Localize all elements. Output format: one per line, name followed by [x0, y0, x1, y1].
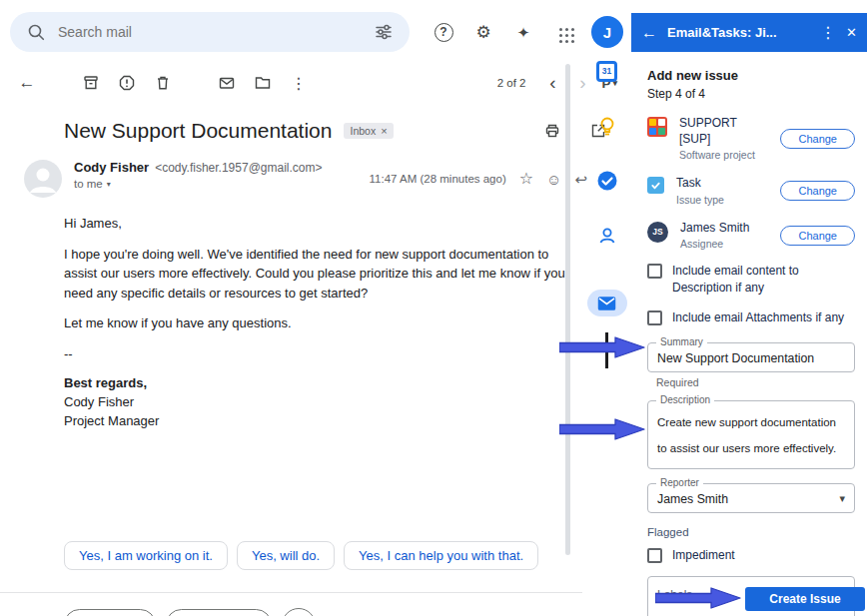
report-spam-icon[interactable]: [114, 70, 140, 96]
change-assignee-button[interactable]: Change: [780, 226, 855, 246]
sender-name: Cody Fisher: [74, 160, 149, 175]
signature-regards: Best regards,: [64, 374, 571, 393]
tasks-icon[interactable]: [594, 168, 620, 194]
smart-reply-chip[interactable]: Yes, I can help you with that.: [344, 541, 538, 570]
panel-heading: Add new issue: [647, 68, 855, 83]
include-content-option: Include email content to Description if …: [647, 263, 855, 297]
assignee-avatar: JS: [647, 222, 668, 243]
move-to-folder-icon[interactable]: [250, 70, 276, 96]
assignee-label: Assignee: [680, 238, 772, 250]
change-issue-type-button[interactable]: Change: [780, 181, 855, 201]
star-icon[interactable]: ☆: [519, 171, 533, 187]
apps-grid-icon[interactable]: [551, 20, 575, 44]
issue-type-row: Task Issue type Change: [647, 176, 855, 206]
reporter-label: Reporter: [656, 477, 703, 488]
emoji-reaction-icon[interactable]: ☺: [546, 172, 561, 187]
include-content-checkbox[interactable]: [647, 264, 662, 279]
reporter-value: James Smith: [657, 492, 728, 506]
screen: ? ⚙ ✦ J ←: [0, 0, 867, 616]
step-indicator: Step 4 of 4: [647, 87, 855, 101]
jira-addon-icon-active[interactable]: [587, 290, 627, 316]
required-hint: Required: [656, 376, 855, 388]
gmail-topbar: ? ⚙ ✦ J: [0, 0, 631, 52]
print-icon[interactable]: [539, 118, 565, 144]
back-icon[interactable]: ←: [14, 70, 40, 96]
archive-icon[interactable]: [78, 70, 104, 96]
recipient-dropdown[interactable]: to me ▾: [74, 178, 323, 190]
settings-gear-icon[interactable]: ⚙: [471, 20, 495, 44]
addon-body: Add new issue Step 4 of 4 SUPPORT [SUP] …: [631, 52, 867, 616]
sender-avatar[interactable]: [24, 160, 62, 198]
email-subject: New Support Documentation: [64, 119, 332, 143]
scrollbar[interactable]: [565, 64, 570, 555]
signature-separator: --: [64, 344, 571, 364]
remove-label-icon[interactable]: ×: [381, 125, 387, 137]
assignee-row: JS James Smith Assignee Change: [647, 221, 855, 251]
include-content-label: Include email content to Description if …: [672, 263, 840, 297]
assignee-name: James Smith: [680, 221, 772, 237]
newer-email-icon[interactable]: ‹: [541, 72, 563, 94]
labels-placeholder: Labels: [657, 588, 692, 602]
gmail-app: ? ⚙ ✦ J ←: [0, 0, 631, 616]
keep-icon[interactable]: [594, 113, 620, 139]
summary-label: Summary: [656, 336, 707, 347]
greeting: Hi James,: [64, 214, 571, 234]
email-toolbar: ← ⋮ 2 o: [14, 70, 617, 96]
sender-row: Cody Fisher <cody.fisher.1957@gmail.com>…: [24, 160, 615, 198]
reporter-select[interactable]: Reporter James Smith ▾: [647, 483, 855, 513]
calendar-icon[interactable]: 31: [594, 58, 620, 84]
search-icon: [24, 20, 48, 44]
annotation-vertical-line: [605, 332, 608, 368]
impediment-option: Impediment: [647, 547, 855, 564]
topbar-actions: ? ⚙ ✦ J: [432, 16, 623, 48]
smart-replies: Yes, I am working on it. Yes, will do. Y…: [64, 541, 631, 570]
add-emoji-button[interactable]: ☺: [282, 608, 316, 616]
signature-name: Cody Fisher: [64, 393, 571, 412]
profile-avatar[interactable]: J: [591, 16, 623, 48]
smart-reply-chip[interactable]: Yes, I am working on it.: [64, 541, 228, 570]
email-timestamp: 11:47 AM (28 minutes ago): [370, 173, 506, 185]
search-input[interactable]: [58, 24, 362, 40]
caret-down-icon: ▾: [107, 180, 111, 189]
impediment-checkbox[interactable]: [647, 548, 662, 563]
subject-row: New Support Documentation Inbox ×: [64, 118, 611, 144]
inbox-label-chip: Inbox ×: [344, 123, 393, 139]
back-icon[interactable]: ←: [641, 25, 657, 41]
description-value: Create new support documentation to assi…: [657, 409, 845, 462]
mark-unread-icon[interactable]: [214, 70, 240, 96]
project-name: SUPPORT [SUP]: [679, 116, 771, 147]
more-options-icon[interactable]: ⋮: [820, 25, 836, 41]
email-body: Hi James, I hope you're doing well. We'v…: [64, 214, 571, 431]
gemini-sparkle-icon[interactable]: ✦: [511, 20, 535, 44]
sender-email: <cody.fisher.1957@gmail.com>: [155, 161, 322, 175]
change-project-button[interactable]: Change: [780, 129, 855, 149]
include-attachments-checkbox[interactable]: [647, 310, 662, 325]
impediment-label: Impediment: [672, 547, 735, 564]
summary-field[interactable]: Summary New Support Documentation: [647, 342, 855, 372]
contacts-icon[interactable]: [594, 223, 620, 249]
reply-button[interactable]: ↩ Reply: [64, 609, 156, 616]
paragraph: Let me know if you have any questions.: [64, 313, 571, 333]
delete-icon[interactable]: [150, 70, 176, 96]
more-options-icon[interactable]: ⋮: [286, 70, 312, 96]
issue-type-name: Task: [676, 176, 768, 192]
project-type: Software project: [679, 149, 771, 161]
smart-reply-chip[interactable]: Yes, will do.: [237, 541, 335, 570]
description-field[interactable]: Description Create new support documenta…: [647, 400, 855, 469]
signature-title: Project Manager: [64, 412, 571, 431]
addon-title: Email&Tasks: Ji...: [667, 25, 810, 40]
search-filter-icon[interactable]: [372, 20, 396, 44]
include-attachments-label: Include email Attachments if any: [672, 309, 844, 326]
email-footer: ↩ Reply ↪ Forward ☺: [0, 592, 582, 616]
help-icon[interactable]: ?: [432, 20, 455, 44]
caret-down-icon: ▾: [839, 492, 845, 505]
workspace-rail: 31: [582, 58, 631, 316]
project-avatar-icon: [647, 117, 667, 137]
close-icon[interactable]: ✕: [846, 26, 857, 39]
jira-addon-panel: ← Email&Tasks: Ji... ⋮ ✕ Add new issue S…: [631, 0, 867, 616]
forward-button[interactable]: ↪ Forward: [166, 609, 272, 616]
create-issue-button[interactable]: Create Issue: [745, 587, 865, 611]
task-type-icon: [647, 177, 664, 194]
flagged-label: Flagged: [647, 526, 855, 538]
search-bar[interactable]: [10, 12, 410, 52]
